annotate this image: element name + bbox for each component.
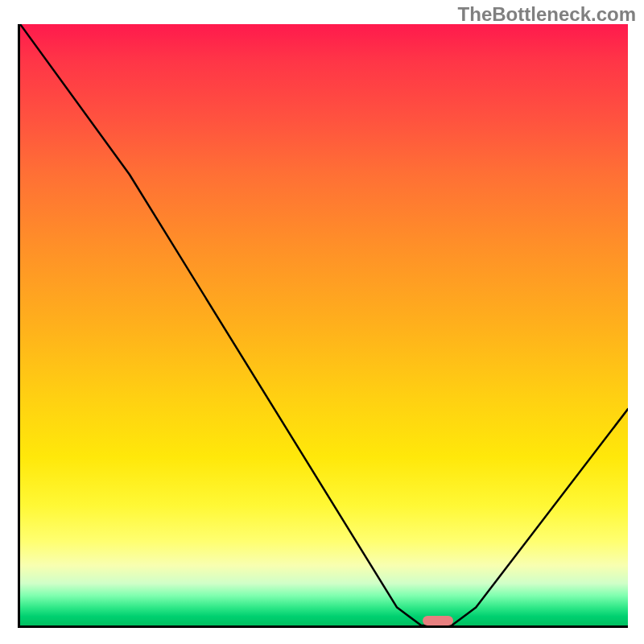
curve-svg	[20, 24, 628, 625]
plot-area	[18, 24, 628, 628]
watermark-text: TheBottleneck.com	[458, 3, 636, 26]
bottleneck-curve	[20, 24, 628, 625]
chart-container: TheBottleneck.com	[0, 0, 644, 644]
optimal-marker	[423, 616, 453, 625]
